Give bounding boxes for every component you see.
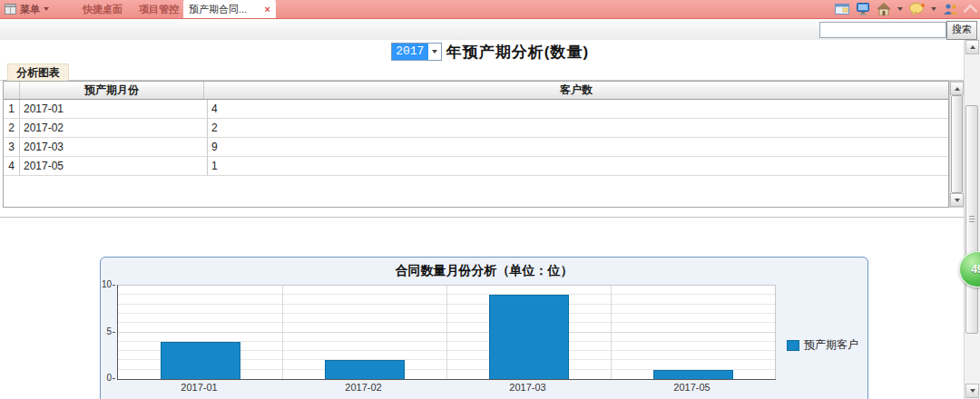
y-axis-labels: 0510 bbox=[101, 285, 115, 378]
collapse-icon[interactable] bbox=[964, 4, 978, 18]
chart-panel: 合同数量月份分析（单位：位） 0510 2017-012017-022017-0… bbox=[100, 257, 868, 399]
app-root: 菜单 快捷桌面 项目管控 预产期合同... × bbox=[0, 0, 980, 399]
bar-2017-03 bbox=[489, 295, 569, 379]
year-select[interactable]: 2017 bbox=[391, 43, 442, 61]
table-row[interactable]: 12017-014 bbox=[4, 100, 948, 119]
x-tick-label: 2017-05 bbox=[610, 382, 774, 393]
x-tick-label: 2017-02 bbox=[281, 382, 446, 393]
grid-scrollbar-thumb[interactable] bbox=[951, 95, 963, 193]
top-tab-bar: 菜单 快捷桌面 项目管控 预产期合同... × bbox=[0, 0, 980, 19]
window-icon[interactable] bbox=[835, 3, 849, 15]
bar-2017-01 bbox=[161, 342, 240, 379]
chart-legend: 预产期客户 bbox=[787, 337, 858, 353]
table-row[interactable]: 22017-022 bbox=[4, 119, 948, 138]
y-tick-label: 0 bbox=[106, 373, 112, 384]
tab-strip: 分析图表 bbox=[0, 63, 980, 81]
month-column-header[interactable]: 预产期月份 bbox=[20, 82, 204, 99]
y-tick-label: 10 bbox=[102, 279, 112, 290]
chevron-down-icon[interactable] bbox=[931, 7, 936, 11]
menu-label: 菜单 bbox=[20, 3, 40, 16]
scroll-up-icon[interactable] bbox=[950, 82, 964, 95]
menu-button[interactable]: 菜单 bbox=[5, 0, 49, 18]
page-scrollbar[interactable] bbox=[964, 40, 980, 399]
data-grid: 预产期月份 客户数 12017-01422017-02232017-039420… bbox=[3, 81, 949, 208]
section-divider bbox=[0, 217, 964, 220]
monitor-icon[interactable] bbox=[856, 3, 870, 15]
chat-icon[interactable] bbox=[909, 3, 925, 15]
chevron-down-icon bbox=[44, 7, 49, 11]
tab-project-control[interactable]: 项目管控 bbox=[132, 0, 185, 18]
x-tick-label: 2017-03 bbox=[446, 382, 610, 393]
gridline bbox=[611, 286, 612, 379]
legend-label: 预产期客户 bbox=[804, 337, 858, 353]
scroll-up-icon[interactable] bbox=[965, 40, 979, 54]
table-row[interactable]: 32017-039 bbox=[4, 138, 948, 157]
scroll-down-icon[interactable] bbox=[950, 193, 964, 207]
legend-swatch bbox=[787, 340, 799, 351]
gridline bbox=[446, 286, 447, 379]
search-box bbox=[819, 22, 946, 38]
chart-title: 合同数量月份分析（单位：位） bbox=[101, 258, 867, 279]
active-tab-label: 预产期合同... bbox=[189, 0, 247, 18]
tab-due-contract-active[interactable]: 预产期合同... × bbox=[183, 0, 276, 18]
search-button[interactable]: 搜索 bbox=[946, 21, 977, 40]
notification-dot bbox=[921, 4, 925, 7]
chevron-down-icon[interactable] bbox=[897, 7, 903, 11]
grid-header-row: 预产期月份 客户数 bbox=[4, 82, 948, 100]
home-icon[interactable] bbox=[877, 3, 891, 15]
year-select-value: 2017 bbox=[392, 44, 428, 60]
count-column-header[interactable]: 客户数 bbox=[204, 82, 948, 99]
y-tick-label: 5 bbox=[106, 326, 112, 337]
topbar-icon-group bbox=[835, 0, 975, 18]
chevron-down-icon bbox=[432, 50, 437, 54]
scrollbar-grip bbox=[969, 216, 975, 222]
menu-grid-icon bbox=[5, 4, 16, 15]
row-number-header bbox=[4, 82, 20, 99]
close-icon[interactable]: × bbox=[265, 0, 270, 18]
table-row[interactable]: 42017-051 bbox=[4, 157, 948, 176]
tab-quick-desktop[interactable]: 快捷桌面 bbox=[76, 0, 129, 18]
search-input[interactable] bbox=[826, 24, 958, 37]
x-axis-line bbox=[117, 379, 776, 380]
floating-badge[interactable]: 49 bbox=[959, 251, 980, 287]
gridline bbox=[282, 286, 283, 379]
x-tick-label: 2017-01 bbox=[117, 382, 281, 393]
table-body: 12017-01422017-02232017-03942017-051 bbox=[4, 100, 948, 176]
page-scrollbar-thumb[interactable] bbox=[965, 105, 978, 334]
grid-scrollbar[interactable] bbox=[949, 81, 965, 208]
bar-2017-02 bbox=[325, 360, 405, 379]
y-axis-line bbox=[117, 285, 118, 380]
tab-analysis-chart[interactable]: 分析图表 bbox=[7, 63, 69, 81]
chart-plot-area bbox=[117, 285, 776, 380]
bar-2017-05 bbox=[653, 370, 733, 379]
search-row: 搜索 bbox=[0, 19, 980, 41]
scroll-down-icon[interactable] bbox=[965, 384, 979, 398]
page-title: 年预产期分析(数量) bbox=[446, 42, 589, 63]
title-row: 2017 年预产期分析(数量) bbox=[0, 40, 980, 64]
x-axis-labels: 2017-012017-022017-032017-05 bbox=[117, 382, 774, 393]
users-icon[interactable] bbox=[943, 3, 959, 15]
